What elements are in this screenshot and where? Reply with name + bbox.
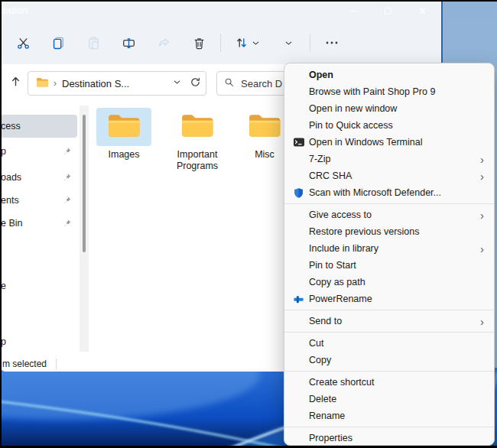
sidebar-item-label: e — [1, 281, 6, 291]
menu-item-label: Cut — [309, 338, 323, 349]
submenu-chevron-icon: › — [480, 209, 494, 221]
menu-item-label: Send to — [309, 316, 342, 326]
close-button[interactable]: ✕ — [405, 0, 440, 21]
more-options-button[interactable] — [317, 29, 347, 57]
window-title: station — [0, 5, 28, 16]
scissors-icon — [17, 37, 30, 50]
folder-icon — [180, 112, 215, 142]
titlebar: station ✕ — [0, 0, 441, 21]
sidebar-item-label: cess — [1, 121, 21, 131]
sidebar-item[interactable]: p — [0, 140, 77, 163]
toolbar-separator — [220, 34, 221, 52]
folder-name: Images — [96, 149, 151, 161]
toolbar-button[interactable] — [8, 29, 38, 57]
more-icon — [324, 37, 339, 49]
menu-item-label: Create shortcut — [309, 377, 374, 388]
minimize-icon — [350, 11, 358, 11]
address-dropdown-button[interactable] — [172, 77, 182, 89]
sidebar-item-label: oads — [1, 172, 21, 183]
up-arrow-icon — [9, 75, 22, 90]
context-menu-item[interactable]: Create shortcut › — [284, 374, 494, 391]
frame-border — [0, 0, 497, 2]
sidebar-item[interactable]: cess — [0, 115, 77, 138]
context-menu-item[interactable]: Copy › — [284, 352, 494, 368]
trash-icon — [193, 37, 206, 50]
folder-icon — [106, 112, 141, 142]
sort-button[interactable] — [227, 29, 268, 57]
context-menu-item[interactable]: Open in Windows Terminal › — [284, 134, 494, 151]
context-menu-item[interactable]: CRC SHA › — [284, 167, 494, 184]
toolbar-separator — [310, 34, 310, 52]
context-menu-item[interactable]: Properties › — [284, 430, 494, 446]
sidebar-item[interactable]: ents — [0, 189, 77, 212]
context-menu-item[interactable]: Open › — [284, 67, 494, 83]
menu-item-label: 7-Zip — [309, 154, 330, 164]
refresh-button[interactable] — [190, 76, 201, 90]
chevron-down-icon — [251, 38, 261, 48]
folder-item[interactable]: Important Programs — [170, 108, 225, 172]
selection-status: m selected — [2, 359, 47, 369]
rename-icon — [122, 37, 135, 50]
menu-item-label: Include in library — [309, 243, 378, 254]
sidebar-item[interactable]: e — [0, 274, 77, 297]
folder-item[interactable]: Images — [96, 108, 151, 161]
toolbar-button[interactable] — [113, 29, 144, 57]
status-separator — [56, 359, 57, 369]
share-icon — [158, 37, 171, 50]
sidebar-item-label: p — [1, 336, 6, 347]
search-icon — [223, 76, 235, 91]
frame-border — [0, 0, 2, 448]
context-menu-item[interactable]: Browse with Paint Shop Pro 9 › — [284, 83, 494, 100]
chevron-down-icon — [172, 77, 182, 89]
context-menu-item[interactable]: Cut › — [284, 335, 494, 352]
maximize-button[interactable] — [371, 0, 405, 21]
context-menu-item[interactable]: Copy as path › — [284, 274, 494, 291]
context-menu-item[interactable]: Scan with Microsoft Defender... › — [284, 184, 494, 201]
toolbar-buttons — [8, 29, 219, 57]
submenu-chevron-icon: › — [480, 154, 494, 165]
menu-item-label: CRC SHA — [309, 170, 352, 181]
context-menu-item[interactable]: 7-Zip › — [284, 151, 494, 167]
menu-item-label: Open in new window — [309, 103, 397, 114]
context-menu-item[interactable]: Pin to Quick access › — [284, 117, 494, 134]
menu-item-label: PowerRename — [309, 294, 372, 304]
command-bar — [0, 21, 441, 64]
sidebar-item[interactable]: e Bin — [0, 212, 77, 235]
context-menu-item[interactable]: Send to › — [284, 313, 494, 330]
context-menu-item[interactable]: Include in library › — [284, 240, 494, 257]
sidebar-item[interactable]: p — [0, 330, 77, 353]
up-button[interactable] — [6, 73, 24, 92]
sidebar-item[interactable]: oads — [0, 166, 77, 189]
context-menu-item[interactable]: Rename › — [284, 407, 494, 424]
submenu-chevron-icon: › — [480, 170, 494, 182]
breadcrumb-separator: › — [54, 78, 57, 89]
menu-item-label: Copy as path — [309, 277, 365, 287]
scrollbar-thumb[interactable] — [83, 115, 86, 252]
defender-icon — [291, 187, 306, 199]
refresh-icon — [190, 76, 201, 90]
minimize-button[interactable] — [336, 0, 371, 21]
context-menu-item[interactable]: Delete › — [284, 391, 494, 407]
context-menu-item[interactable]: Open in new window › — [284, 100, 494, 117]
context-menu-item[interactable]: Give access to › — [284, 206, 494, 223]
chevron-down-icon — [284, 38, 294, 48]
context-menu-item[interactable]: PowerRename › — [284, 291, 494, 307]
search-input: Search D — [241, 78, 282, 89]
navigation-pane: cess p oads — [0, 101, 79, 355]
pin-icon — [62, 147, 72, 157]
context-menu-item[interactable]: Pin to Start › — [284, 257, 494, 274]
address-bar[interactable]: › Destination S... — [28, 71, 206, 96]
context-menu-item[interactable]: Restore previous versions › — [284, 223, 494, 240]
menu-separator — [284, 427, 494, 427]
toolbar-button[interactable] — [184, 29, 214, 57]
copy-icon — [52, 37, 65, 50]
folder-name: Important Programs — [170, 149, 225, 172]
menu-item-label: Delete — [309, 394, 336, 404]
sidebar-scrollbar[interactable] — [80, 106, 89, 352]
toolbar-button[interactable] — [43, 29, 73, 57]
close-icon: ✕ — [418, 6, 427, 16]
pin-icon — [62, 219, 72, 229]
view-button[interactable] — [273, 29, 304, 57]
caption-buttons: ✕ — [336, 0, 440, 21]
toolbar-button — [78, 29, 109, 57]
